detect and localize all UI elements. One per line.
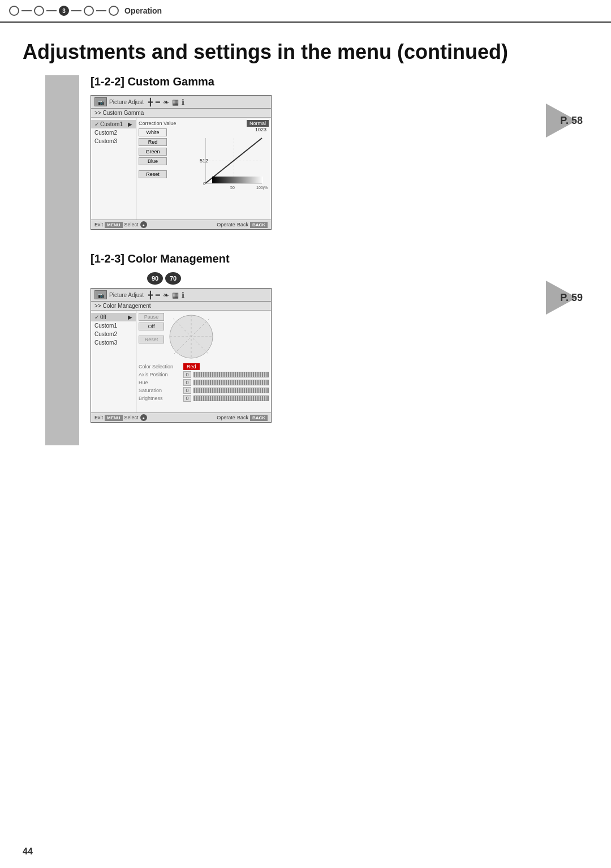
section-color-management: [1-2-3] Color Management 90 70 📷 Picture… (91, 252, 577, 423)
svg-text:50: 50 (230, 186, 235, 190)
pause-btn[interactable]: Pause (139, 313, 164, 321)
section1-title: [1-2-2] Custom Gamma (91, 75, 535, 88)
saturation-val: 0 (183, 387, 191, 394)
cm-operate-circle[interactable]: ● (140, 414, 147, 421)
saturation-slider[interactable] (193, 388, 269, 393)
section2-arrow-container: P. 59 (546, 281, 577, 315)
reset-btn-gamma[interactable]: Reset (139, 170, 167, 178)
gamma-body: ✓ Custom1 ▶ Custom2 Custom3 (91, 118, 271, 220)
select-label: Select (124, 222, 139, 227)
cm-custom1-label: Custom1 (94, 323, 117, 329)
operate-circle[interactable]: ● (140, 221, 147, 228)
back-label: Back (237, 222, 248, 227)
color-sel-row: Color Selection Red (139, 363, 269, 370)
axis-row: Axis Position 0 (139, 371, 269, 378)
section2-page-ref: P. 59 (560, 292, 583, 304)
cm-exit-label: Exit (94, 415, 103, 420)
picture-icon: 📷 (94, 97, 107, 106)
cm-custom2-label: Custom2 (94, 331, 117, 337)
brightness-val: 0 (183, 395, 191, 402)
sections-container: [1-2-2] Custom Gamma 📷 Picture Adjust ╋ … (79, 75, 611, 445)
brightness-row: Brightness 0 (139, 395, 269, 402)
cm-item-off[interactable]: ✓ 0ff ▶ (91, 313, 136, 321)
step-4 (84, 6, 94, 16)
page-title: Adjustments and settings in the menu (co… (0, 23, 611, 75)
icon-adjust: ╋ (148, 98, 153, 106)
axis-val: 0 (183, 371, 191, 378)
icon-cursor: ❧ (163, 98, 169, 106)
hue-slider[interactable] (193, 380, 269, 385)
cm-item-custom3[interactable]: Custom3 (91, 338, 136, 347)
section1-content: [1-2-2] Custom Gamma 📷 Picture Adjust ╋ … (91, 75, 535, 230)
step-line-3 (71, 10, 81, 11)
badge-90: 90 (147, 272, 163, 285)
svg-text:0: 0 (203, 182, 205, 186)
cm-menu-icons: ╋ ━ ❧ ▦ ℹ (148, 291, 184, 299)
cm-icon-dash: ━ (156, 291, 160, 299)
brightness-slider[interactable] (193, 396, 269, 401)
footer-right: Operate Back BACK (217, 222, 268, 228)
menu-icons: ╋ ━ ❧ ▦ ℹ (148, 98, 184, 106)
cm-icon-info: ℹ (182, 291, 184, 299)
cm-picture-icon: 📷 (94, 290, 107, 299)
gamma-footer: Exit MENU Select ● Operate Back BACK (91, 220, 271, 229)
hue-label: Hue (139, 380, 181, 385)
gamma-menu-screen: 📷 Picture Adjust ╋ ━ ❧ ▦ ℹ >> Custom Gam… (91, 95, 272, 230)
footer-left: Exit MENU Select ● (94, 221, 147, 228)
cm-back-btn[interactable]: BACK (250, 415, 268, 421)
cm-item-custom2[interactable]: Custom2 (91, 330, 136, 338)
icon-grid: ▦ (172, 98, 179, 106)
picture-adjust-label: Picture Adjust (109, 99, 144, 105)
custom2-label: Custom2 (94, 130, 117, 136)
cm-footer: Exit MENU Select ● Operate Back BACK (91, 412, 271, 422)
cm-picture-adjust-label: Picture Adjust (109, 292, 144, 298)
white-btn[interactable]: White (139, 128, 167, 136)
gamma-item-custom2[interactable]: Custom2 (91, 128, 136, 137)
cm-right-area: Pause Off Reset (136, 311, 271, 412)
red-btn[interactable]: Red (139, 138, 167, 146)
sliders-section: Color Selection Red Axis Position 0 Hue (139, 363, 269, 402)
content-area: [1-2-2] Custom Gamma 📷 Picture Adjust ╋ … (0, 75, 611, 445)
back-btn[interactable]: BACK (250, 222, 268, 228)
step-2 (34, 6, 44, 16)
cm-reset-btn[interactable]: Reset (139, 336, 164, 343)
gamma-left-col: ✓ Custom1 ▶ Custom2 Custom3 (91, 118, 136, 220)
badge-70: 70 (165, 272, 181, 285)
green-btn[interactable]: Green (139, 148, 167, 156)
arrow-icon: ▶ (128, 121, 132, 127)
value-512: 512 (200, 158, 208, 164)
step-line-1 (21, 10, 32, 11)
gamma-item-custom1[interactable]: ✓ Custom1 ▶ (91, 120, 136, 128)
hue-row: Hue 0 (139, 379, 269, 386)
off-btn[interactable]: Off (139, 323, 164, 330)
cm-icon-adjust: ╋ (148, 291, 153, 299)
menu-btn[interactable]: MENU (105, 222, 123, 228)
correction-row: Correction Value Normal (139, 120, 269, 127)
cm-menu-btn[interactable]: MENU (105, 415, 123, 421)
axis-slider[interactable] (193, 372, 269, 377)
saturation-label: Saturation (139, 388, 181, 393)
check-icon: ✓ (94, 121, 99, 127)
off-label: 0ff (100, 314, 106, 320)
color-wheel-svg (167, 313, 216, 361)
gamma-item-custom3[interactable]: Custom3 (91, 137, 136, 145)
header-label: Operation (124, 6, 162, 15)
color-wheel-container (167, 313, 216, 361)
cm-item-custom1[interactable]: Custom1 (91, 321, 136, 330)
cm-left-col: ✓ 0ff ▶ Custom1 Custom2 Custom (91, 311, 136, 412)
color-sel-label: Color Selection (139, 364, 181, 369)
correction-label: Correction Value (139, 121, 176, 126)
step-3: 3 (59, 6, 69, 16)
gamma-top-bar: 📷 Picture Adjust ╋ ━ ❧ ▦ ℹ (91, 96, 271, 109)
cm-footer-left: Exit MENU Select ● (94, 414, 147, 421)
icon-dash: ━ (156, 98, 160, 106)
blue-btn[interactable]: Blue (139, 157, 167, 165)
axis-label: Axis Position (139, 372, 181, 377)
cm-check-icon: ✓ (94, 314, 99, 320)
red-badge: Red (183, 363, 200, 370)
gamma-breadcrumb: >> Custom Gamma (91, 109, 271, 118)
hue-val: 0 (183, 379, 191, 386)
cm-operate-label: Operate (217, 415, 235, 420)
cm-top-bar: 📷 Picture Adjust ╋ ━ ❧ ▦ ℹ (91, 289, 271, 302)
header-bar: 3 Operation (0, 0, 611, 23)
